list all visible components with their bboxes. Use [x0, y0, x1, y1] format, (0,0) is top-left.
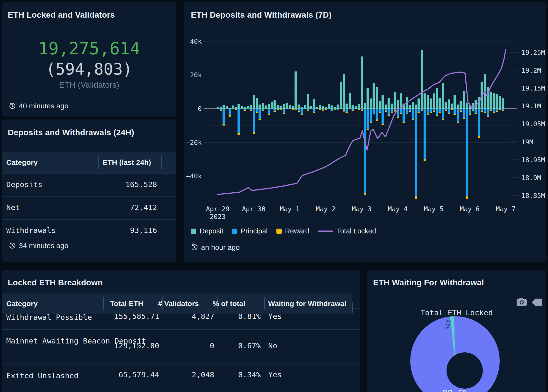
validators-count: (594,803)	[2, 60, 176, 78]
row-category: Withdrawal Possible	[6, 314, 117, 323]
svg-text:40k: 40k	[190, 38, 202, 45]
column-divider	[264, 297, 265, 309]
locked-eth-breakdown-panel: Locked ETH Breakdown Category Total ETH …	[2, 270, 360, 392]
clock-history-icon	[9, 102, 16, 110]
eth-locked-panel: ETH Locked and Validators 19,275,614 (59…	[2, 2, 176, 117]
svg-text:19.2M: 19.2M	[521, 67, 541, 74]
updated-timestamp: 40 minutes ago	[9, 102, 68, 110]
legend-item-total-locked[interactable]: Total Locked	[318, 227, 376, 235]
panel-title-waiting: ETH Waiting For Withdrawal	[373, 278, 484, 287]
table-row-withdrawal-possible: Withdrawal Possible 155,585.71 4,827 0.8…	[2, 314, 360, 330]
column-header-validators: # Validators	[158, 300, 199, 308]
svg-text:19.1M: 19.1M	[521, 102, 541, 110]
updated-timestamp: 34 minutes ago	[9, 242, 68, 250]
row-category: Exited Unslashed	[6, 370, 117, 381]
panel-title-eth-locked: ETH Locked and Validators	[8, 10, 115, 20]
header-edge-divider	[352, 302, 353, 313]
eth-deposits-withdrawals-7d-panel: ETH Deposits and Withdrawals (7D) 40k20k…	[184, 2, 546, 262]
y-axis-right-labels: 19.25M19.2M19.15M19.1M19.05M19M18.95M18.…	[510, 49, 545, 199]
updated-text: 40 minutes ago	[19, 102, 68, 110]
legend-color-swatch	[191, 229, 196, 234]
row-category: Mainnet Awaiting Beacon Deposit	[6, 336, 117, 346]
svg-text:Apr 30: Apr 30	[242, 205, 266, 213]
svg-text:0: 0	[198, 105, 202, 112]
bars-deposit	[217, 50, 504, 109]
legend-label: Total Locked	[337, 227, 376, 235]
bars-principal	[220, 109, 504, 196]
svg-text:May 7: May 7	[496, 205, 515, 213]
table-header-row: Category Total ETH # Validators % of tot…	[2, 294, 352, 314]
row-category: Deposits	[6, 180, 42, 189]
svg-text:19.25M: 19.25M	[521, 49, 545, 56]
x-axis-labels: Apr 292023Apr 30May 1May 2May 3May 4May …	[206, 205, 515, 220]
svg-text:−40k: −40k	[186, 172, 202, 180]
legend-item-principal[interactable]: Principal	[232, 227, 267, 235]
svg-text:May 3: May 3	[352, 205, 371, 213]
deposits-withdrawals-24h-panel: Deposits and Withdrawals (24H) Category …	[2, 119, 176, 262]
panel-title-deposits-24h: Deposits and Withdrawals (24H)	[8, 128, 134, 137]
row-waiting: Yes	[268, 314, 282, 321]
row-total-eth: 65,579.44	[119, 370, 159, 379]
column-divider	[161, 156, 162, 169]
column-divider	[98, 156, 99, 169]
updated-timestamp: an hour ago	[191, 243, 240, 252]
svg-text:May 5: May 5	[424, 205, 443, 213]
column-header-category: Category	[6, 300, 38, 308]
legend-label: Principal	[241, 227, 267, 235]
tag-icon[interactable]	[531, 298, 543, 307]
svg-text:May 6: May 6	[460, 205, 479, 213]
legend-item-deposit[interactable]: Deposit	[191, 227, 223, 235]
row-total-eth: 129,152.00	[114, 341, 159, 350]
row-pct: 0.34%	[238, 370, 261, 379]
column-header-total-eth: Total ETH	[110, 300, 143, 308]
svg-text:18.9M: 18.9M	[521, 174, 541, 182]
column-header-waiting: Waiting for Withdrawal	[268, 300, 346, 308]
svg-text:May 1: May 1	[280, 205, 299, 213]
row-validators: 0	[210, 341, 214, 350]
clock-history-icon	[191, 244, 198, 251]
row-validators: 4,827	[192, 314, 214, 321]
row-waiting: Yes	[268, 370, 282, 379]
legend-label: Deposit	[200, 227, 223, 235]
updated-text: an hour ago	[201, 243, 240, 252]
column-divider	[103, 297, 104, 309]
legend-line-swatch	[318, 231, 333, 232]
y-axis-left-labels: 40k20k0−20k−40k	[186, 38, 202, 180]
deposits-withdrawals-chart[interactable]: 40k20k0−20k−40k19.25M19.2M19.15M19.1M19.…	[184, 2, 546, 262]
camera-icon[interactable]	[516, 297, 528, 308]
donut-title: Total ETH Locked	[367, 308, 546, 317]
svg-text:19M: 19M	[521, 138, 533, 146]
row-validators: 2,048	[192, 370, 214, 379]
table-row-exited-unslashed: Exited Unslashed 65,579.44 2,048 0.34% Y…	[2, 364, 360, 387]
svg-text:Apr 29: Apr 29	[206, 205, 230, 213]
column-header-category: Category	[6, 158, 38, 167]
svg-text:19.15M: 19.15M	[521, 84, 545, 92]
header-edge-tick	[352, 308, 360, 308]
legend-color-swatch	[276, 229, 282, 234]
table-row-mainnet-awaiting: Mainnet Awaiting Beacon Deposit 129,152.…	[2, 329, 360, 364]
row-pct: 0.81%	[238, 314, 261, 321]
table-row-net: Net 72,412	[2, 196, 176, 220]
legend-color-swatch	[232, 229, 237, 234]
donut-hole	[447, 352, 483, 389]
donut-slice-label-locked: 98.5%	[431, 388, 479, 392]
svg-text:20k: 20k	[190, 71, 202, 79]
row-category: Withdrawals	[6, 226, 56, 235]
row-value: 93,116	[130, 226, 157, 235]
svg-text:2023: 2023	[210, 213, 225, 220]
eth-locked-value: 19,275,614	[2, 39, 176, 58]
svg-text:18.85M: 18.85M	[521, 192, 545, 199]
row-waiting: No	[268, 341, 277, 350]
row-category: Net	[6, 203, 20, 212]
row-pct: 0.67%	[238, 341, 261, 350]
table-row-withdrawals: Withdrawals 93,116	[2, 219, 176, 242]
updated-text: 34 minutes ago	[19, 242, 68, 250]
row-value: 72,412	[130, 203, 157, 212]
legend-item-reward[interactable]: Reward	[276, 227, 309, 235]
svg-text:May 4: May 4	[388, 205, 407, 213]
bars-reward	[217, 109, 504, 199]
legend-label: Reward	[285, 227, 309, 235]
svg-text:−20k: −20k	[186, 139, 202, 146]
clock-history-icon	[9, 242, 16, 249]
table-row-deposits: Deposits 165,528	[2, 174, 176, 197]
